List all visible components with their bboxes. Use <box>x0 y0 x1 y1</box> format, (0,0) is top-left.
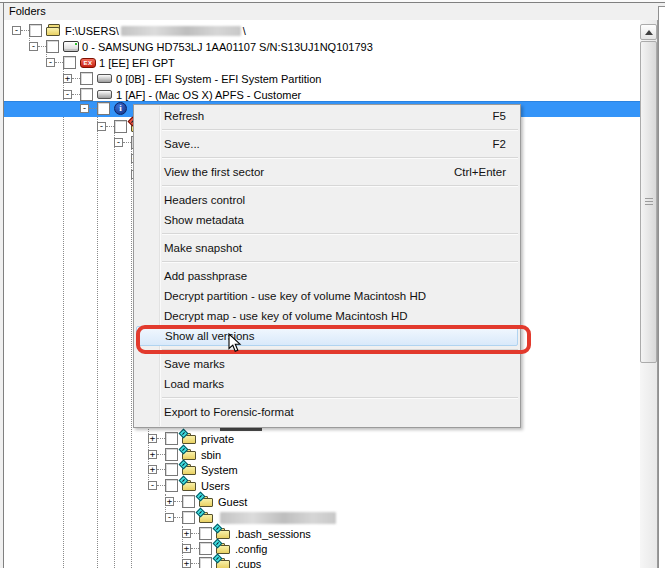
menu-item-label: Save marks <box>164 358 225 370</box>
checkbox[interactable] <box>199 542 212 555</box>
expander-icon[interactable]: + <box>63 74 72 83</box>
tree-row-guest[interactable]: + Guest <box>4 494 640 510</box>
tree-line <box>157 469 165 470</box>
menu-item-save-marks[interactable]: Save marks <box>134 354 520 374</box>
expander-icon[interactable]: - <box>148 481 157 490</box>
folder-badge-icon <box>179 476 189 486</box>
checkbox[interactable] <box>63 56 76 69</box>
scroll-up-button[interactable] <box>640 24 657 40</box>
checkbox[interactable] <box>199 527 212 540</box>
menu-shortcut: F5 <box>493 106 506 126</box>
expander-icon[interactable]: + <box>148 465 157 474</box>
tree-line <box>174 501 182 502</box>
tree-line <box>157 485 165 486</box>
pane-title: Folders <box>4 3 657 20</box>
folder-icon <box>182 463 198 476</box>
expander-icon[interactable]: - <box>46 58 55 67</box>
tree-row-sbin[interactable]: + sbin <box>4 447 640 463</box>
menu-separator <box>162 157 518 158</box>
tree-row-user-redacted[interactable]: - <box>4 510 640 526</box>
tree-row-cups[interactable]: + .cups <box>4 556 640 568</box>
scrollbar-thumb[interactable] <box>640 41 657 363</box>
tree-row-efi-gpt[interactable]: - EX 1 [EE] EFI GPT <box>4 55 640 71</box>
expander-icon[interactable]: + <box>182 529 191 538</box>
checkbox[interactable] <box>80 88 93 101</box>
menu-item-save[interactable]: Save...F2 <box>134 134 520 154</box>
tree-row-bash-sessions[interactable]: + .bash_sessions <box>4 526 640 542</box>
expander-icon[interactable]: - <box>29 42 38 51</box>
expander-icon[interactable]: + <box>182 559 191 568</box>
folder-badge-icon <box>196 492 206 502</box>
tree-label: 1 [AF] - (Mac OS X) APFS - Customer <box>116 89 301 101</box>
menu-item-refresh[interactable]: RefreshF5 <box>134 106 520 126</box>
menu-item-show-metadata[interactable]: Show metadata <box>134 210 520 230</box>
expander-icon[interactable]: - <box>165 513 174 522</box>
menu-item-make-snapshot[interactable]: Make snapshot <box>134 238 520 258</box>
expander-icon[interactable]: + <box>148 450 157 459</box>
folder-icon <box>216 527 232 540</box>
folder-icon <box>182 479 198 492</box>
expander-icon[interactable]: - <box>97 122 106 131</box>
tree-label: Users <box>201 480 230 492</box>
checkbox[interactable] <box>114 120 127 133</box>
checkbox[interactable] <box>165 448 178 461</box>
tree-row-config[interactable]: + .config <box>4 541 640 557</box>
context-menu: RefreshF5 Save...F2 View the first secto… <box>133 104 521 428</box>
folder-icon <box>182 448 198 461</box>
checkbox[interactable] <box>165 432 178 445</box>
menu-item-label: View the first sector <box>164 166 264 178</box>
checkbox[interactable] <box>97 102 110 115</box>
tree-line <box>191 533 199 534</box>
expander-icon[interactable]: - <box>114 138 123 147</box>
expander-icon[interactable]: + <box>148 434 157 443</box>
checkbox[interactable] <box>165 479 178 492</box>
folders-stack-icon <box>46 24 62 37</box>
menu-item-label: Load marks <box>164 378 224 390</box>
ex-partition-icon: EX <box>80 56 96 69</box>
menu-shortcut: Ctrl+Enter <box>454 162 506 182</box>
tree-row-private[interactable]: + private <box>4 431 640 447</box>
checkbox[interactable] <box>182 511 195 524</box>
tree-row-image-path[interactable]: - F:\USERS\\ <box>4 23 640 39</box>
tree-label: Guest <box>218 496 247 508</box>
checkbox[interactable] <box>165 463 178 476</box>
menu-item-add-passphrase[interactable]: Add passhprase <box>134 266 520 286</box>
menu-item-label: Decrypt map - use key of volume Macintos… <box>164 310 408 322</box>
expander-icon[interactable]: + <box>182 544 191 553</box>
tree-line <box>123 142 131 143</box>
menu-item-label: Export to Forensic-format <box>164 406 294 418</box>
menu-shortcut: F2 <box>493 134 506 154</box>
checkbox[interactable] <box>182 495 195 508</box>
tree-line <box>55 62 63 63</box>
tree-row-efi-system-partition[interactable]: + 0 [0B] - EFI System - EFI System Parti… <box>4 71 640 87</box>
menu-item-label: Save... <box>164 138 200 150</box>
menu-item-label: Show metadata <box>164 214 244 226</box>
tree-row-users[interactable]: - Users <box>4 478 640 494</box>
checkbox[interactable] <box>199 557 212 568</box>
menu-item-view-first-sector[interactable]: View the first sectorCtrl+Enter <box>134 162 520 182</box>
vertical-scrollbar[interactable] <box>640 20 657 568</box>
folder-badge-icon <box>179 429 189 439</box>
tree-row-system[interactable]: + System <box>4 462 640 478</box>
expander-icon[interactable]: - <box>80 104 89 113</box>
menu-item-export-forensic[interactable]: Export to Forensic-format <box>134 402 520 422</box>
folder-icon <box>216 557 232 568</box>
menu-item-load-marks[interactable]: Load marks <box>134 374 520 394</box>
tree-label: .cups <box>235 558 261 568</box>
expander-icon[interactable]: + <box>165 497 174 506</box>
tree-row-samsung-disk[interactable]: - 0 - SAMSUNG HD753LJ 1AA01107 S/N:S13UJ… <box>4 39 640 55</box>
menu-item-decrypt-map[interactable]: Decrypt map - use key of volume Macintos… <box>134 306 520 326</box>
checkbox[interactable] <box>46 40 59 53</box>
menu-item-headers-control[interactable]: Headers control <box>134 190 520 210</box>
mouse-cursor-icon <box>228 333 242 353</box>
menu-item-decrypt-partition[interactable]: Decrypt partition - use key of volume Ma… <box>134 286 520 306</box>
folder-badge-icon <box>213 554 223 564</box>
checkbox[interactable] <box>29 24 42 37</box>
folder-icon <box>216 542 232 555</box>
expander-icon[interactable]: - <box>63 90 72 99</box>
folders-pane: Folders - F:\USERS\\ - 0 - SAMSUNG HD753… <box>0 0 665 568</box>
checkbox[interactable] <box>80 72 93 85</box>
tree-label: F:\USERS\\ <box>65 25 246 37</box>
adjacent-pane-edge <box>658 6 665 568</box>
expander-icon[interactable]: - <box>12 26 21 35</box>
